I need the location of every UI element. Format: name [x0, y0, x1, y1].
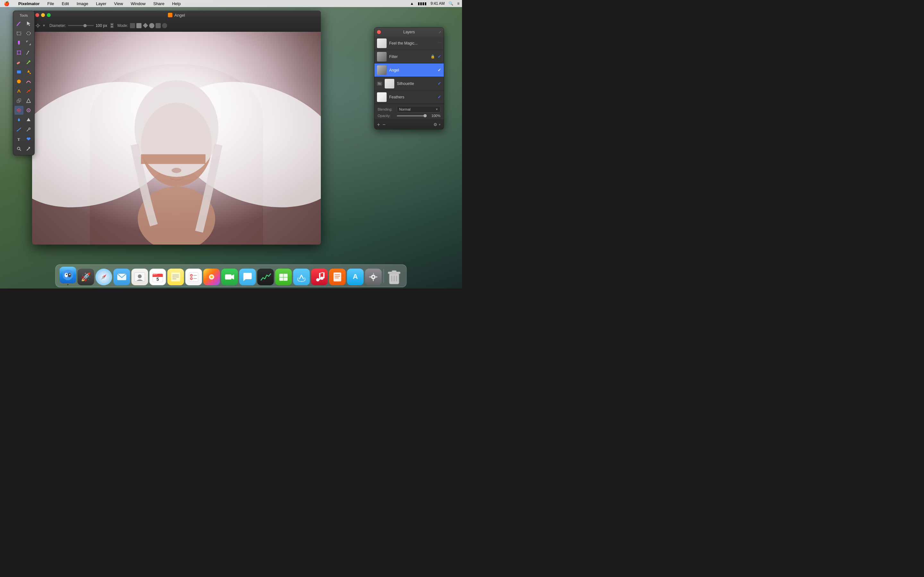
diameter-label: Diameter: — [49, 23, 66, 28]
diameter-slider[interactable] — [68, 25, 94, 26]
dock-item-trash[interactable] — [386, 269, 403, 285]
dock-item-numbers[interactable] — [275, 269, 292, 285]
settings-chevron[interactable]: ▼ — [42, 24, 45, 27]
remove-layer-button[interactable]: − — [383, 122, 385, 127]
dock-item-launchpad[interactable]: 🚀 — [78, 269, 94, 285]
tool-fill[interactable] — [24, 67, 33, 76]
notification-icon[interactable]: ≡ — [457, 1, 459, 6]
tool-eye[interactable] — [15, 106, 23, 115]
mode-icon-3[interactable] — [143, 23, 148, 28]
dock-item-books[interactable] — [329, 269, 346, 285]
window-menu[interactable]: Window — [129, 1, 147, 6]
window-close-button[interactable] — [35, 13, 39, 17]
dock-item-messages[interactable] — [239, 269, 256, 285]
tool-clone[interactable] — [15, 96, 23, 105]
layer-item-angel[interactable]: Angel ✓ — [375, 63, 444, 77]
dock-item-facetime[interactable] — [221, 269, 238, 285]
tool-heal[interactable] — [15, 87, 23, 95]
tool-color-picker[interactable] — [24, 125, 33, 134]
help-menu[interactable]: Help — [171, 1, 182, 6]
tool-paint[interactable] — [15, 19, 23, 28]
layer-check-silhouette[interactable]: ✓ — [438, 81, 441, 86]
layer-check-filter[interactable]: ✓ — [438, 54, 441, 59]
share-menu[interactable]: Share — [152, 1, 166, 6]
tool-smudge[interactable] — [24, 77, 33, 86]
tool-dodge[interactable] — [24, 87, 33, 95]
mode-icon-5[interactable] — [156, 23, 161, 28]
tool-rect-select[interactable] — [15, 29, 23, 38]
dock-icon-finder — [60, 267, 76, 284]
layer-check-feathers[interactable]: ✓ — [438, 95, 441, 99]
tool-select-arrow[interactable] — [24, 19, 33, 28]
tool-text[interactable]: T — [15, 135, 23, 143]
tool-eraser[interactable] — [15, 58, 23, 67]
tool-water[interactable] — [15, 115, 23, 124]
tool-pen[interactable] — [24, 48, 33, 57]
layer-check-angel[interactable]: ✓ — [438, 68, 441, 73]
tool-gradient[interactable] — [15, 77, 23, 86]
layer-settings-chevron[interactable]: ▼ — [438, 123, 441, 126]
tool-brush[interactable] — [15, 39, 23, 47]
dock-icon-facetime — [221, 269, 238, 285]
opacity-slider[interactable] — [397, 115, 427, 116]
layer-item-filter[interactable]: Filter 🔒 ✓ — [375, 50, 444, 63]
layers-close-button[interactable] — [377, 30, 381, 34]
dock-item-reminders[interactable] — [186, 269, 202, 285]
app-name-menu[interactable]: Pixelmator — [17, 1, 41, 6]
dock-item-safari[interactable] — [95, 269, 112, 285]
dock-icon-photos — [204, 269, 220, 285]
layer-thumb-silhouette — [384, 79, 394, 89]
search-icon[interactable]: 🔍 — [449, 1, 453, 6]
dock-item-contacts[interactable] — [132, 269, 148, 285]
mode-icon-2[interactable] — [136, 23, 142, 28]
tool-rect-shape[interactable] — [15, 67, 23, 76]
dock-item-airdrop[interactable] — [293, 269, 310, 285]
opacity-row: Opacity: 100% — [378, 114, 441, 118]
dock-item-photos[interactable] — [204, 269, 220, 285]
tool-sharpen[interactable] — [24, 96, 33, 105]
window-minimize-button[interactable] — [41, 13, 45, 17]
tool-line[interactable] — [15, 125, 23, 134]
diameter-increment[interactable]: ▲ — [110, 23, 113, 25]
dock-item-stocks[interactable] — [257, 269, 274, 285]
add-layer-button[interactable]: + — [377, 122, 380, 127]
layer-menu[interactable]: Layer — [95, 1, 108, 6]
image-menu[interactable]: Image — [75, 1, 89, 6]
settings-icon[interactable] — [35, 23, 40, 28]
tool-eyedropper[interactable] — [24, 58, 33, 67]
tool-blur[interactable] — [24, 106, 33, 115]
mode-icon-1[interactable] — [130, 23, 135, 28]
tool-pipette[interactable] — [24, 144, 33, 153]
dock-item-appstore[interactable]: A — [347, 269, 364, 285]
dock-item-finder[interactable] — [60, 267, 76, 285]
dock-item-notes[interactable] — [168, 269, 184, 285]
file-menu[interactable]: File — [46, 1, 55, 6]
tool-polygon[interactable] — [24, 115, 33, 124]
layer-item-feel[interactable]: Feel the Magic... ⋯ — [375, 37, 444, 50]
layer-item-silhouette[interactable]: fx Silhouette ✓ — [375, 77, 444, 90]
layer-settings-button[interactable]: ⚙ — [433, 122, 437, 127]
tool-crop[interactable] — [24, 39, 33, 47]
view-menu[interactable]: View — [113, 1, 124, 6]
canvas-area[interactable] — [32, 32, 321, 245]
dock-item-calendar[interactable]: 5SEP — [150, 269, 166, 285]
dock-item-mail[interactable] — [113, 269, 130, 285]
dock-item-system-preferences[interactable] — [365, 269, 382, 285]
tool-oval-select[interactable] — [24, 29, 33, 38]
window-maximize-button[interactable] — [47, 13, 51, 17]
layers-expand-button[interactable]: ⤢ — [439, 31, 441, 34]
mode-icon-6[interactable] — [162, 23, 167, 28]
svg-point-86 — [320, 277, 324, 280]
tool-vector-shape[interactable] — [24, 135, 33, 143]
layer-item-feathers[interactable]: Feathers ✓ — [375, 90, 444, 104]
blending-select[interactable]: Normal ▼ — [397, 106, 441, 113]
dock-item-music[interactable] — [311, 269, 328, 285]
layer-menu-feel[interactable]: ⋯ — [438, 41, 441, 45]
layers-titlebar: Layers ⤢ — [375, 27, 444, 37]
tool-transform[interactable] — [15, 48, 23, 57]
mode-icon-4[interactable] — [149, 23, 154, 28]
apple-menu[interactable]: 🍎 — [3, 1, 11, 6]
edit-menu[interactable]: Edit — [60, 1, 70, 6]
diameter-decrement[interactable]: ▼ — [110, 26, 113, 28]
tool-zoom[interactable] — [15, 144, 23, 153]
